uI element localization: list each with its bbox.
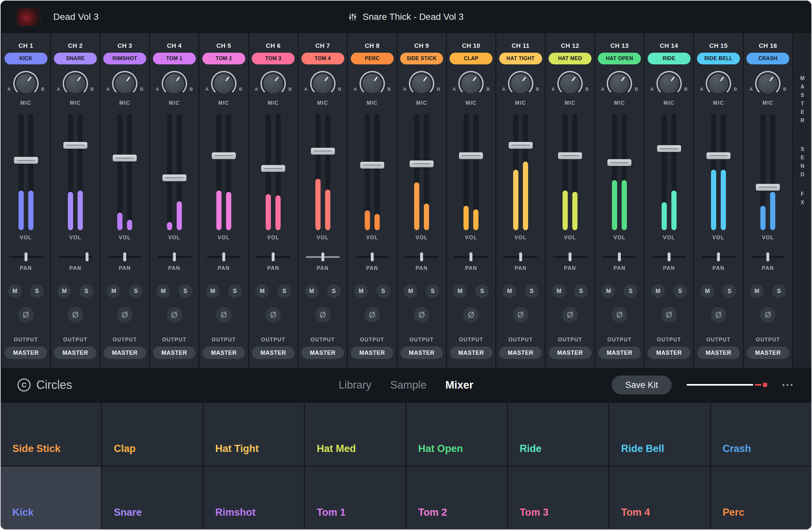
mute-button[interactable]: M <box>58 284 71 298</box>
output-routing-button[interactable]: MASTER <box>4 347 47 359</box>
mic-blend-knob[interactable]: A B <box>211 71 236 96</box>
mute-button[interactable]: M <box>8 284 22 298</box>
fader-handle[interactable] <box>360 162 384 168</box>
channel-instrument-badge[interactable]: SIDE STICK <box>400 53 443 65</box>
pan-handle[interactable] <box>470 253 473 262</box>
solo-button[interactable]: S <box>673 284 687 298</box>
output-routing-button[interactable]: MASTER <box>499 347 542 359</box>
pan-handle[interactable] <box>618 253 621 262</box>
solo-button[interactable]: S <box>624 284 637 298</box>
phase-invert-button[interactable]: Ø <box>315 307 331 323</box>
channel-instrument-badge[interactable]: RIDE <box>648 53 691 65</box>
channel-instrument-badge[interactable]: PERC <box>351 53 394 65</box>
mic-blend-knob[interactable]: A B <box>656 71 682 96</box>
fader-handle[interactable] <box>14 157 38 164</box>
volume-fader[interactable] <box>563 114 578 230</box>
output-routing-button[interactable]: MASTER <box>301 347 344 359</box>
level-meter-handle[interactable] <box>763 383 767 387</box>
phase-invert-button[interactable]: Ø <box>661 307 677 323</box>
volume-fader[interactable] <box>315 114 330 230</box>
output-routing-button[interactable]: MASTER <box>450 347 492 359</box>
output-routing-button[interactable]: MASTER <box>598 347 641 359</box>
mute-button[interactable]: M <box>750 284 764 298</box>
pan-handle[interactable] <box>321 253 324 262</box>
fader-handle[interactable] <box>707 152 730 159</box>
channel-instrument-badge[interactable]: HAT OPEN <box>598 53 641 65</box>
pan-handle[interactable] <box>24 253 27 262</box>
mute-button[interactable]: M <box>157 284 170 298</box>
solo-button[interactable]: S <box>376 284 390 298</box>
pan-slider[interactable] <box>108 252 142 262</box>
mute-button[interactable]: M <box>206 284 220 298</box>
phase-invert-button[interactable]: Ø <box>760 307 775 323</box>
mute-button[interactable]: M <box>651 284 665 298</box>
channel-instrument-badge[interactable]: HAT MED <box>549 53 592 65</box>
tab-sample[interactable]: Sample <box>390 379 426 391</box>
fader-handle[interactable] <box>63 142 87 149</box>
volume-fader[interactable] <box>216 114 231 230</box>
mic-blend-knob[interactable]: A B <box>63 71 88 96</box>
mic-blend-knob[interactable]: A B <box>409 71 434 96</box>
volume-fader[interactable] <box>167 114 182 230</box>
mute-button[interactable]: M <box>552 284 566 298</box>
solo-button[interactable]: S <box>129 284 143 298</box>
channel-instrument-badge[interactable]: RIDE BELL <box>697 53 740 65</box>
pan-handle[interactable] <box>222 253 225 262</box>
volume-fader[interactable] <box>365 114 380 230</box>
solo-button[interactable]: S <box>179 284 192 298</box>
pad-rimshot[interactable]: Rimshot <box>204 466 304 529</box>
master-level-slider[interactable] <box>687 383 767 387</box>
solo-button[interactable]: S <box>30 284 44 298</box>
channel-instrument-badge[interactable]: TOM 4 <box>301 53 344 65</box>
volume-fader[interactable] <box>414 114 429 230</box>
mic-blend-knob[interactable]: A B <box>360 71 385 96</box>
pan-slider[interactable] <box>158 252 191 262</box>
mute-button[interactable]: M <box>601 284 615 298</box>
mic-blend-knob[interactable]: A B <box>13 71 39 96</box>
phase-invert-button[interactable]: Ø <box>513 307 528 323</box>
pan-handle[interactable] <box>124 253 126 262</box>
mute-button[interactable]: M <box>404 284 417 298</box>
phase-invert-button[interactable]: Ø <box>711 307 726 323</box>
pan-slider[interactable] <box>9 252 43 262</box>
fader-handle[interactable] <box>607 159 632 166</box>
pad-ride[interactable]: Ride <box>508 403 608 465</box>
pad-clap[interactable]: Clap <box>102 403 202 465</box>
output-routing-button[interactable]: MASTER <box>202 347 245 359</box>
solo-button[interactable]: S <box>79 284 93 298</box>
volume-fader[interactable] <box>760 114 775 230</box>
mic-blend-knob[interactable]: A B <box>706 71 731 96</box>
solo-button[interactable]: S <box>327 284 341 298</box>
channel-instrument-badge[interactable]: SNARE <box>54 53 97 65</box>
volume-fader[interactable] <box>612 114 627 230</box>
mute-button[interactable]: M <box>503 284 517 298</box>
pad-tom-1[interactable]: Tom 1 <box>305 466 405 529</box>
output-routing-button[interactable]: MASTER <box>648 347 690 359</box>
fader-handle[interactable] <box>459 152 483 159</box>
pad-crash[interactable]: Crash <box>711 403 811 465</box>
solo-button[interactable]: S <box>277 284 291 298</box>
mute-button[interactable]: M <box>700 284 714 298</box>
mic-blend-knob[interactable]: A B <box>755 71 781 96</box>
pad-tom-3[interactable]: Tom 3 <box>508 466 608 529</box>
fader-handle[interactable] <box>756 184 780 191</box>
channel-instrument-badge[interactable]: HAT TIGHT <box>499 53 542 65</box>
mute-button[interactable]: M <box>255 284 269 298</box>
output-routing-button[interactable]: MASTER <box>104 347 146 359</box>
phase-invert-button[interactable]: Ø <box>68 307 83 323</box>
mute-button[interactable]: M <box>107 284 120 298</box>
phase-invert-button[interactable]: Ø <box>117 307 132 323</box>
phase-invert-button[interactable]: Ø <box>463 307 479 323</box>
solo-button[interactable]: S <box>574 284 588 298</box>
tab-library[interactable]: Library <box>339 379 372 391</box>
volume-fader[interactable] <box>464 114 478 230</box>
phase-invert-button[interactable]: Ø <box>414 307 430 323</box>
pan-slider[interactable] <box>751 252 785 262</box>
send-fx-rail-tab[interactable]: SEND FX <box>799 146 805 208</box>
fader-handle[interactable] <box>509 142 533 149</box>
pan-handle[interactable] <box>569 253 572 262</box>
output-routing-button[interactable]: MASTER <box>697 347 740 359</box>
pan-handle[interactable] <box>173 253 176 262</box>
pan-slider[interactable] <box>256 252 290 262</box>
pan-handle[interactable] <box>767 253 769 262</box>
